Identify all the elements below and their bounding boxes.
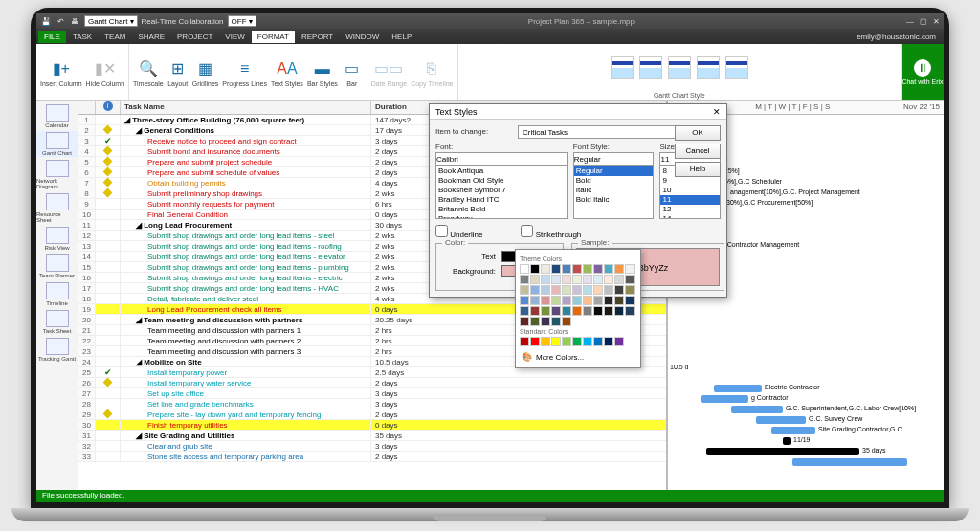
task-row[interactable]: 33Stone site access and temporary parkin…	[78, 452, 666, 462]
color-swatch[interactable]	[551, 296, 561, 305]
color-swatch[interactable]	[572, 337, 582, 346]
color-swatch[interactable]	[604, 285, 613, 295]
tab-format[interactable]: FORMAT	[252, 31, 295, 43]
color-swatch[interactable]	[625, 285, 635, 295]
chat-with-erix-button[interactable]: ⏸ Chat with Erix	[902, 44, 944, 100]
task-row[interactable]: 30Finish temporay utilities0 days	[78, 420, 666, 431]
tab-report[interactable]: REPORT	[296, 31, 339, 43]
color-swatch[interactable]	[530, 306, 540, 316]
tab-task[interactable]: TASK	[67, 31, 98, 43]
color-swatch[interactable]	[583, 296, 592, 305]
color-swatch[interactable]	[520, 317, 529, 326]
color-swatch[interactable]	[530, 275, 540, 284]
color-swatch[interactable]	[530, 264, 540, 274]
gantt-bar[interactable]	[706, 448, 859, 455]
gridlines-button[interactable]: ▦Gridlines	[192, 58, 219, 87]
insert-column-button[interactable]: ▮+Insert Column	[40, 58, 82, 87]
color-swatch[interactable]	[583, 275, 592, 284]
more-colors-button[interactable]: More Colors...	[520, 350, 636, 364]
bar-button[interactable]: ▭Bar	[342, 58, 363, 87]
gantt-bar[interactable]	[731, 406, 783, 413]
theme-color-palette[interactable]	[520, 264, 636, 326]
color-swatch[interactable]	[604, 296, 613, 305]
color-swatch[interactable]	[572, 296, 582, 305]
col-duration[interactable]: Duration	[371, 101, 429, 114]
color-swatch[interactable]	[562, 285, 571, 295]
nav-resource-sheet[interactable]: Resource Sheet	[36, 192, 78, 224]
color-swatch[interactable]	[604, 306, 613, 316]
nav-network-diagram[interactable]: Network Diagram	[36, 159, 78, 190]
color-swatch[interactable]	[593, 264, 603, 274]
color-swatch[interactable]	[520, 306, 529, 316]
nav-task-sheet[interactable]: Task Sheet	[36, 309, 78, 335]
cancel-button[interactable]: Cancel	[675, 144, 721, 159]
tab-project[interactable]: PROJECT	[171, 31, 218, 43]
color-swatch[interactable]	[551, 275, 561, 284]
color-swatch[interactable]	[614, 306, 624, 316]
task-row[interactable]: 31◢ Site Grading and Utilities35 days	[78, 431, 666, 441]
color-swatch[interactable]	[530, 285, 540, 295]
color-swatch[interactable]	[551, 317, 561, 326]
rtc-toggle[interactable]: OFF ▾	[228, 15, 256, 27]
nav-tracking-gantt[interactable]: Tracking Gantt	[36, 337, 78, 363]
qa-view-combo[interactable]: Gantt Chart ▾	[84, 15, 138, 27]
gantt-style-gallery[interactable]	[610, 46, 749, 90]
color-swatch[interactable]	[551, 285, 561, 295]
underline-checkbox[interactable]: Underline	[435, 225, 482, 239]
color-swatch[interactable]	[562, 306, 571, 316]
color-swatch[interactable]	[562, 337, 571, 346]
task-row[interactable]: 26Install temporary water service2 days	[78, 378, 666, 388]
color-swatch[interactable]	[614, 296, 624, 305]
maximize-icon[interactable]: ▢	[920, 17, 927, 26]
color-swatch[interactable]	[614, 337, 624, 346]
layout-button[interactable]: ⊞Layout	[167, 58, 189, 87]
user-email[interactable]: emily@housatonic.com	[851, 33, 942, 41]
color-swatch[interactable]	[520, 285, 529, 295]
nav-gantt-chart[interactable]: Gantt Chart	[36, 131, 78, 157]
gantt-bar[interactable]	[701, 395, 748, 403]
timescale-button[interactable]: 🔍Timescale	[133, 58, 164, 87]
color-swatch[interactable]	[593, 306, 603, 316]
color-swatch[interactable]	[625, 264, 635, 274]
color-swatch[interactable]	[604, 337, 613, 346]
color-swatch[interactable]	[572, 264, 582, 274]
font-list[interactable]: Book AntiquaBookman Old StyleBookshelf S…	[435, 166, 568, 219]
font-style-list[interactable]: RegularBoldItalicBold Italic	[573, 166, 655, 219]
tab-share[interactable]: SHARE	[132, 31, 170, 43]
tab-help[interactable]: HELP	[386, 31, 417, 43]
progress-lines-button[interactable]: ≡Progress Lines	[222, 58, 267, 87]
color-swatch[interactable]	[541, 317, 550, 326]
font-input[interactable]	[435, 152, 568, 166]
nav-team-planner[interactable]: Team Planner	[36, 254, 78, 279]
color-swatch[interactable]	[520, 264, 529, 274]
strikethrough-checkbox[interactable]: Strikethrough	[521, 225, 581, 239]
color-swatch[interactable]	[604, 264, 613, 274]
ok-button[interactable]: OK	[675, 125, 721, 141]
color-swatch[interactable]	[541, 306, 550, 316]
color-swatch[interactable]	[541, 285, 550, 295]
color-swatch[interactable]	[541, 337, 550, 346]
tab-window[interactable]: WINDOW	[340, 31, 385, 43]
minimize-icon[interactable]: —	[906, 17, 914, 26]
color-swatch[interactable]	[604, 275, 613, 284]
dialog-close-icon[interactable]: ✕	[713, 107, 721, 117]
task-row[interactable]: 28Set line and grade benchmarks3 days	[78, 399, 666, 409]
color-swatch[interactable]	[562, 264, 571, 274]
tab-file[interactable]: FILE	[38, 31, 66, 43]
color-swatch[interactable]	[593, 337, 603, 346]
color-swatch[interactable]	[572, 285, 582, 295]
color-swatch[interactable]	[572, 306, 582, 316]
qa-save-icon[interactable]: 💾	[40, 15, 52, 27]
tab-view[interactable]: VIEW	[219, 31, 250, 43]
color-swatch[interactable]	[530, 317, 540, 326]
standard-color-palette[interactable]	[520, 337, 636, 346]
color-swatch[interactable]	[541, 296, 550, 305]
qa-undo-icon[interactable]: ↶	[55, 15, 66, 27]
color-swatch[interactable]	[520, 275, 529, 284]
help-button[interactable]: Help	[675, 162, 721, 177]
color-swatch[interactable]	[541, 275, 550, 284]
nav-calendar[interactable]: Calendar	[36, 103, 78, 129]
bar-styles-button[interactable]: ▬Bar Styles	[307, 58, 338, 87]
font-style-input[interactable]	[573, 152, 655, 166]
color-swatch[interactable]	[551, 337, 561, 346]
